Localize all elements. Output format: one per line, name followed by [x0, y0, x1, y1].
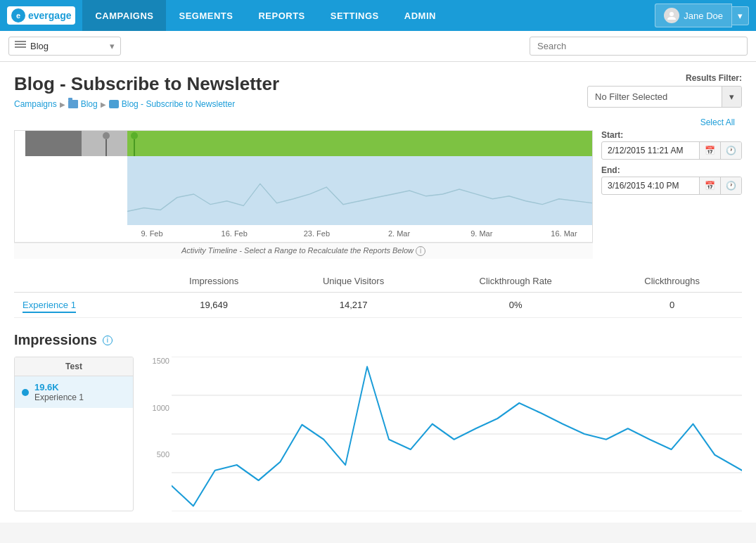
impressions-title: Impressions [14, 332, 97, 348]
col-clickthrough-rate: Clickthrough Rate [429, 270, 602, 293]
nav-item-reports[interactable]: REPORTS [245, 0, 317, 31]
breadcrumb-sep2: ▶ [101, 101, 106, 108]
col-unique-visitors: Unique Visitors [278, 270, 429, 293]
experience-link[interactable]: Experience 1 [23, 300, 76, 313]
impressions-header: Impressions i [14, 332, 742, 348]
impressions-body: Test 19.6K Experience 1 1500 1000 500 [14, 357, 742, 511]
line-chart-area: 1500 1000 500 [145, 357, 742, 511]
start-date-input[interactable]: 2/12/2015 11:21 AM 📅 🕐 [601, 141, 742, 160]
results-filter-label: Results Filter: [686, 73, 742, 83]
end-calendar-button[interactable]: 📅 [699, 177, 720, 194]
svg-rect-2 [15, 44, 26, 45]
axis-label-1: 9. Feb [131, 229, 173, 238]
top-navigation: e evergage CAMPAIGNS SEGMENTS REPORTS SE… [0, 0, 756, 31]
chart-y-labels: 1500 1000 500 [145, 357, 169, 497]
row-clickthrough-rate: 0% [429, 293, 602, 318]
filter-select-text: No Filter Selected [588, 87, 722, 107]
row-impressions: 19,649 [150, 293, 278, 318]
timeline-chart[interactable]: 9. Feb 16. Feb 23. Feb 2. Mar 9. Mar 16.… [14, 130, 593, 243]
pin-head-1 [103, 132, 110, 139]
legend-name: Experience 1 [34, 392, 84, 402]
legend-item-info: 19.6K Experience 1 [34, 382, 84, 402]
timeline-caption-text: Activity Timeline - Select a Range to Re… [181, 246, 414, 255]
breadcrumb-current[interactable]: Blog - Subscribe to Newsletter [122, 99, 235, 109]
context-select[interactable]: Blog ▾ [8, 37, 121, 56]
breadcrumb-campaigns[interactable]: Campaigns [14, 99, 57, 109]
context-label: Blog [30, 41, 105, 51]
axis-label-6: 16. Mar [543, 229, 585, 238]
context-list-icon [15, 40, 26, 52]
timeline-pin-1 [103, 132, 110, 156]
y-label-500: 500 [145, 450, 169, 459]
timeline-info-icon[interactable]: i [416, 246, 425, 256]
col-impressions: Impressions [150, 270, 278, 293]
nav-items: CAMPAIGNS SEGMENTS REPORTS SETTINGS ADMI… [82, 0, 655, 31]
nav-item-admin[interactable]: ADMIN [392, 0, 449, 31]
page-header: Blog - Subscribe to Newsletter Campaigns… [14, 73, 742, 109]
results-filter-select[interactable]: No Filter Selected ▾ [587, 86, 742, 108]
sparkline-svg [127, 156, 592, 225]
logo-icon: e [11, 8, 25, 23]
timeline-bar-green [127, 131, 592, 156]
user-dropdown-button[interactable]: ▾ [732, 6, 749, 25]
end-date-input[interactable]: 3/16/2015 4:10 PM 📅 🕐 [601, 177, 742, 195]
timeline-pin-2 [131, 132, 138, 156]
start-date-value: 2/12/2015 11:21 AM [602, 142, 699, 159]
timeline-axis: 9. Feb 16. Feb 23. Feb 2. Mar 9. Mar 16.… [15, 225, 592, 242]
line-chart-svg [145, 357, 742, 511]
legend-header: Test [15, 357, 133, 376]
end-clock-button[interactable]: 🕐 [720, 177, 741, 194]
end-date-row: End: 3/16/2015 4:10 PM 📅 🕐 [601, 165, 742, 195]
svg-point-0 [669, 12, 674, 16]
user-button[interactable]: Jane Doe [655, 4, 732, 27]
select-all-row: Select All [14, 117, 742, 127]
nav-item-segments[interactable]: SEGMENTS [166, 0, 245, 31]
legend-item[interactable]: 19.6K Experience 1 [15, 376, 133, 408]
nav-item-settings[interactable]: SETTINGS [318, 0, 392, 31]
results-filter-area: Results Filter: No Filter Selected ▾ [587, 73, 742, 108]
breadcrumb: Campaigns ▶ Blog ▶ Blog - Subscribe to N… [14, 99, 279, 109]
logo-area: e evergage [7, 6, 75, 25]
row-unique-visitors: 14,217 [278, 293, 429, 318]
pin-stem-2 [134, 139, 135, 156]
svg-rect-1 [15, 41, 26, 42]
breadcrumb-sep1: ▶ [60, 101, 65, 108]
row-name: Experience 1 [14, 293, 150, 318]
context-dropdown-icon: ▾ [110, 41, 115, 51]
axis-label-5: 9. Mar [461, 229, 503, 238]
nav-item-campaigns[interactable]: CAMPAIGNS [82, 0, 166, 31]
page-title: Blog - Subscribe to Newsletter [14, 73, 279, 95]
breadcrumb-blog[interactable]: Blog [81, 99, 98, 109]
timeline-caption: Activity Timeline - Select a Range to Re… [14, 243, 593, 259]
stats-table-header-row: Impressions Unique Visitors Clickthrough… [14, 270, 742, 293]
chat-icon [109, 100, 119, 108]
search-input[interactable] [530, 37, 748, 56]
start-clock-button[interactable]: 🕐 [720, 142, 741, 159]
axis-label-3: 23. Feb [295, 229, 338, 238]
impressions-legend: Test 19.6K Experience 1 [14, 357, 134, 511]
col-clickthroughs: Clickthroughs [602, 270, 742, 293]
axis-label-4: 2. Mar [378, 229, 421, 238]
end-label: End: [601, 165, 742, 175]
table-row: Experience 1 19,649 14,217 0% 0 [14, 293, 742, 318]
logo[interactable]: e evergage [7, 6, 75, 25]
start-date-row: Start: 2/12/2015 11:21 AM 📅 🕐 [601, 130, 742, 160]
select-all-button[interactable]: Select All [700, 117, 735, 127]
start-label: Start: [601, 130, 742, 140]
y-label-1000: 1000 [145, 404, 169, 412]
timeline-container: Select All [14, 117, 742, 259]
logo-text: evergage [28, 10, 71, 21]
folder-icon [68, 100, 78, 108]
filter-dropdown-arrow: ▾ [722, 87, 741, 107]
impressions-info-icon[interactable]: i [103, 336, 113, 345]
user-name: Jane Doe [684, 11, 723, 21]
page-title-area: Blog - Subscribe to Newsletter Campaigns… [14, 73, 279, 109]
start-calendar-button[interactable]: 📅 [699, 142, 720, 159]
end-date-value: 3/16/2015 4:10 PM [602, 177, 699, 194]
y-label-1500: 1500 [145, 357, 169, 365]
main-content: Blog - Subscribe to Newsletter Campaigns… [0, 62, 756, 523]
user-area: Jane Doe ▾ [655, 4, 749, 27]
legend-dot [22, 389, 29, 396]
legend-count: 19.6K [34, 382, 84, 392]
date-controls: Start: 2/12/2015 11:21 AM 📅 🕐 End: 3/16/… [601, 130, 742, 259]
